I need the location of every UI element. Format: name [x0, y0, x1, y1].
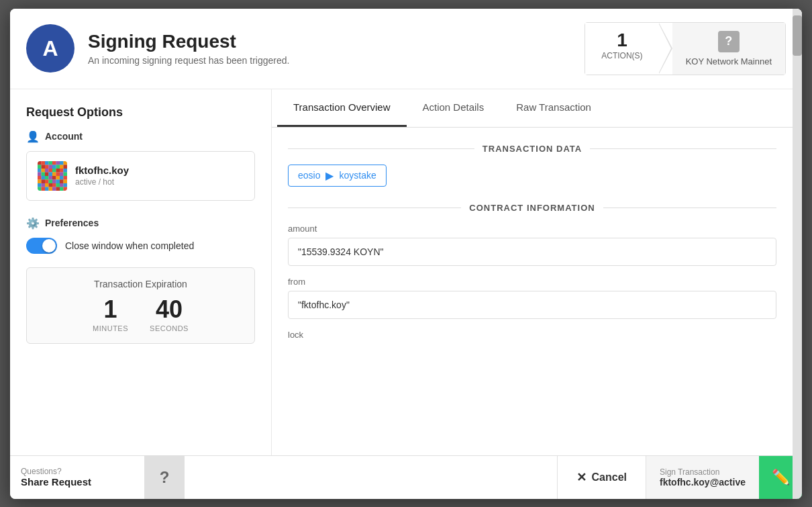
svg-rect-47: [64, 179, 68, 183]
network-badge: ? KOY Network Mainnet: [672, 23, 785, 75]
cancel-label: Cancel: [592, 471, 627, 483]
svg-rect-14: [60, 165, 64, 169]
close-window-toggle[interactable]: [26, 238, 57, 254]
svg-rect-4: [52, 161, 56, 165]
tab-raw-transaction[interactable]: Raw Transaction: [500, 89, 607, 127]
sign-title: Sign Transaction: [660, 467, 746, 477]
svg-rect-45: [56, 179, 60, 183]
tx-data-heading: TRANSACTION DATA: [483, 144, 582, 154]
preferences-section: ⚙️ Preferences Close window when complet…: [26, 217, 255, 254]
svg-rect-25: [42, 172, 46, 176]
minutes-label: MINUTES: [93, 324, 128, 332]
svg-rect-8: [38, 165, 42, 169]
preferences-text: Preferences: [45, 218, 99, 228]
svg-rect-1: [42, 161, 46, 165]
svg-rect-29: [56, 172, 60, 176]
svg-rect-48: [38, 183, 42, 187]
flow-badge[interactable]: eosio ▶ koystake: [288, 165, 387, 187]
header-text: Signing Request An incoming signing requ…: [88, 31, 571, 66]
svg-rect-58: [45, 187, 49, 191]
avatar: [38, 161, 67, 191]
svg-rect-62: [60, 187, 64, 191]
cancel-button[interactable]: ✕ Cancel: [557, 456, 646, 499]
seconds-label: SECONDS: [150, 324, 189, 332]
flow-arrow-icon: ▶: [325, 169, 334, 182]
svg-rect-61: [56, 187, 60, 191]
transaction-data-section: TRANSACTION DATA eosio ▶ koystake: [288, 144, 776, 187]
lock-label: lock: [288, 330, 776, 340]
cancel-x-icon: ✕: [576, 470, 587, 485]
actions-label: ACTION(S): [601, 51, 642, 60]
svg-rect-23: [64, 169, 68, 173]
account-name: fktofhc.koy: [75, 165, 129, 176]
seconds-item: 40 SECONDS: [150, 297, 189, 332]
svg-rect-52: [52, 183, 56, 187]
svg-rect-56: [38, 187, 42, 191]
field-from: from "fktofhc.koy": [288, 277, 776, 319]
help-button[interactable]: ?: [144, 456, 185, 499]
svg-rect-13: [56, 165, 60, 169]
svg-rect-21: [56, 169, 60, 173]
svg-rect-43: [49, 179, 53, 183]
svg-rect-3: [49, 161, 53, 165]
toggle-row: Close window when completed: [26, 238, 255, 254]
svg-rect-38: [60, 176, 64, 180]
page-subtitle: An incoming signing request has been tri…: [88, 55, 571, 66]
contract-divider-right: [603, 208, 776, 208]
divider-left: [288, 148, 474, 149]
minutes-item: 1 MINUTES: [93, 297, 128, 332]
svg-rect-0: [38, 161, 42, 165]
svg-rect-5: [56, 161, 60, 165]
seconds-value: 40: [150, 297, 189, 322]
svg-rect-49: [42, 183, 46, 187]
page-title: Signing Request: [88, 31, 571, 52]
svg-rect-28: [52, 172, 56, 176]
expiration-values: 1 MINUTES 40 SECONDS: [38, 297, 244, 332]
svg-rect-10: [45, 165, 49, 169]
share-label: Share Request: [21, 476, 91, 488]
contract-divider-left: [288, 208, 461, 208]
account-icon: 👤: [26, 130, 40, 143]
tx-data-divider: TRANSACTION DATA: [288, 144, 776, 154]
account-section-label: 👤 Account: [26, 130, 255, 143]
tab-content: TRANSACTION DATA eosio ▶ koystake: [272, 128, 793, 455]
contract-section: CONTRACT INFORMATION amount "15539.9324 …: [288, 203, 776, 340]
flow-from: eosio: [298, 170, 320, 181]
from-label: from: [288, 277, 776, 287]
tab-action-details[interactable]: Action Details: [407, 89, 501, 127]
svg-rect-24: [38, 172, 42, 176]
field-amount: amount "15539.9324 KOYN": [288, 224, 776, 266]
svg-rect-30: [60, 172, 64, 176]
share-question: Questions?: [21, 467, 91, 476]
footer: Questions? Share Request ? ✕ Cancel Sign…: [10, 455, 802, 499]
actions-badge: 1 ACTION(S): [585, 23, 658, 75]
svg-rect-34: [45, 176, 49, 180]
account-info: fktofhc.koy active / hot: [75, 165, 129, 187]
account-card[interactable]: fktofhc.koy active / hot: [26, 151, 255, 201]
svg-rect-19: [49, 169, 53, 173]
account-label: Account: [45, 131, 83, 142]
svg-rect-2: [45, 161, 49, 165]
network-label: KOY Network Mainnet: [686, 56, 772, 66]
svg-rect-11: [49, 165, 53, 169]
svg-rect-53: [56, 183, 60, 187]
main-content: Transaction Overview Action Details Raw …: [272, 89, 802, 455]
svg-rect-26: [45, 172, 49, 176]
network-icon: ?: [718, 31, 740, 52]
svg-rect-31: [64, 172, 68, 176]
footer-sign: Sign Transaction fktofhc.koy@active ✏️: [646, 456, 802, 499]
actions-count: 1: [601, 31, 642, 50]
svg-rect-51: [49, 183, 53, 187]
share-text: Questions? Share Request: [21, 467, 91, 488]
svg-rect-40: [38, 179, 42, 183]
contract-heading: CONTRACT INFORMATION: [469, 203, 595, 213]
sign-account: fktofhc.koy@active: [660, 477, 746, 488]
toggle-label: Close window when completed: [65, 240, 194, 251]
svg-rect-27: [49, 172, 53, 176]
flow-badge-container: eosio ▶ koystake: [288, 165, 776, 187]
sidebar-title: Request Options: [26, 105, 255, 120]
expiration-box: Transaction Expiration 1 MINUTES 40 SECO…: [26, 267, 255, 344]
svg-rect-55: [64, 183, 68, 187]
sign-text-area: Sign Transaction fktofhc.koy@active: [646, 456, 759, 499]
tab-transaction-overview[interactable]: Transaction Overview: [277, 89, 407, 127]
